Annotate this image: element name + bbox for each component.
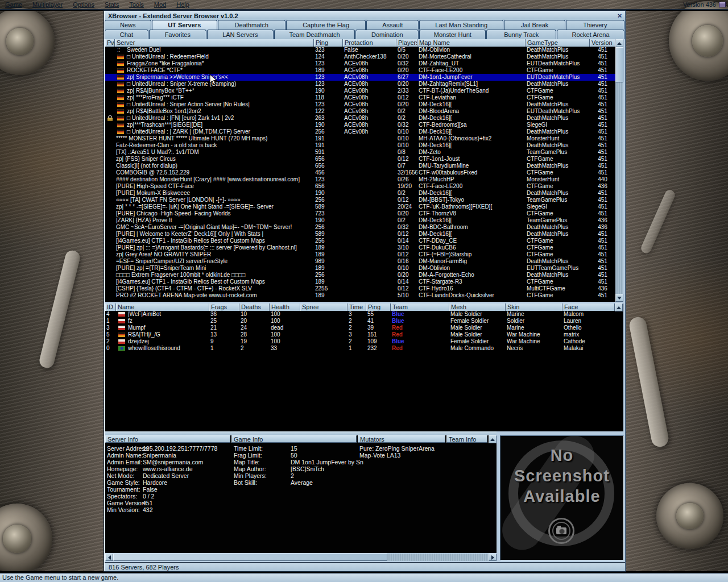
menu-options[interactable]: Options — [68, 1, 100, 8]
column-header-server[interactable]: Server — [115, 39, 314, 47]
player-row[interactable]: 0whowilllosethisround12331232RedMale Com… — [105, 345, 615, 352]
tab-team-deathmatch[interactable]: Team Deathmatch — [274, 30, 355, 39]
server-row[interactable]: zp| R$A|BunnyBox *BT++*190ACEv08h2/33CTF… — [105, 88, 615, 94]
column-header-name[interactable]: Name — [116, 304, 209, 311]
server-row[interactable]: [i4Games.eu] CTF1 - InstaGib Relics Best… — [105, 238, 615, 244]
server-row[interactable]: [CSHP] {Tesla} (CTF4 - CTFM - CTF+) - Ro… — [105, 285, 615, 292]
protection-cell — [343, 163, 396, 169]
tab-last-man-standing[interactable]: Last Man Standing — [419, 20, 504, 30]
server-row[interactable]: □ UnitedUnreal : Sniper Action Server |N… — [105, 101, 615, 108]
server-row[interactable]: □ UnitedUnreal : |FN| [euro] Zark 1v1 | … — [105, 115, 615, 122]
server-row[interactable]: [PURE] Mokum-X Biskweeee1900/2DM-Deck16]… — [105, 190, 615, 197]
server-row[interactable]: zp|***Trashcan***|SIEGE|[DE]190ACEv08h0/… — [105, 122, 615, 128]
column-header-map-name[interactable]: Map Name — [417, 39, 526, 47]
scroll-left-button[interactable] — [105, 554, 113, 561]
horizontal-scrollbar[interactable] — [105, 554, 497, 561]
tab-news[interactable]: News — [105, 20, 151, 30]
server-row[interactable]: [PURE] zp| ::: =}Arrogant Bastards{= :::… — [105, 244, 615, 251]
server-row[interactable]: □ UnitedUnreal : Sniper X-treme (Camping… — [105, 81, 615, 88]
tab-deathmatch[interactable]: Deathmatch — [218, 20, 286, 30]
column-header-id[interactable]: ID — [105, 304, 116, 311]
scroll-down-button[interactable] — [615, 294, 623, 302]
column-header-players[interactable]: Players — [396, 39, 417, 47]
tab-ut-servers[interactable]: UT Servers — [152, 20, 217, 30]
server-row[interactable]: zp| Grey Area! NO GRAVITY SNIPER1890/12C… — [105, 251, 615, 258]
tab-jail-break[interactable]: Jail Break — [504, 20, 565, 30]
player-scroll-up-button[interactable] — [615, 304, 623, 311]
player-row[interactable]: 3Mumpf2124dead239RedMale SoldierMarineOt… — [105, 325, 615, 331]
server-row[interactable]: FraggaZone *like Fraggalonia*123ACEv08h0… — [105, 60, 615, 67]
menu-stats[interactable]: Stats — [100, 1, 124, 8]
column-header-time[interactable]: Time — [348, 304, 366, 311]
server-row[interactable]: [PURE] High-Speed CTF-Face65619/20CTF-Fa… — [105, 183, 615, 190]
column-header-skin[interactable]: Skin — [506, 304, 562, 311]
menu-tools[interactable]: Tools — [124, 1, 149, 8]
column-header-deaths[interactable]: Deaths — [239, 304, 270, 311]
scrollbar-thumb[interactable] — [615, 47, 623, 82]
column-header-face[interactable]: Face — [562, 304, 615, 311]
menu-mod[interactable]: Mod — [149, 1, 171, 8]
server-row[interactable]: GMC ~ScA~EuroServer -=[Original Giant Ma… — [105, 224, 615, 231]
column-header-version[interactable]: Version — [590, 39, 615, 47]
tab-rocket-arena[interactable]: Rocket Arena — [557, 30, 624, 39]
server-row[interactable]: Fatz-Redeemer-Clan - a old star is back1… — [105, 142, 615, 149]
tab-lan-servers[interactable]: LAN Servers — [207, 30, 274, 39]
server-row[interactable]: ***** MONSTER HUNT ***** Ultimate HUNT (… — [105, 135, 615, 142]
server-row[interactable]: zp| {FSS} Sniper Circus6560/12CTF-1on1-J… — [105, 156, 615, 163]
hscrollbar-thumb[interactable] — [113, 554, 387, 561]
column-header-gametype[interactable]: GameType — [526, 39, 590, 47]
server-row[interactable]: [TX] .:Area51 U Mad?:. 1v1/TDM5910/8DM-Z… — [105, 149, 615, 156]
tab-monster-hunt[interactable]: Monster Hunt — [419, 30, 486, 39]
server-row[interactable]: □□□□ Extrem Fragserver 100mbit * oldkint… — [105, 272, 615, 278]
panel-scroll-up-button[interactable] — [489, 435, 497, 443]
tab-capture-the-flag[interactable]: Capture the Flag — [286, 20, 366, 30]
tab-assault[interactable]: Assault — [366, 20, 419, 30]
server-row[interactable]: PRO #2 ROCKET ARENA Map-vote www.ut-rock… — [105, 292, 615, 299]
server-row[interactable]: □ UnitedUnreal : RedeemerField124AnthChe… — [105, 53, 615, 60]
player-row[interactable]: 5R$A|TH|/_/G13281003151RedMale SoldierWa… — [105, 331, 615, 338]
server-row[interactable]: zp| ***ProFrag*** iCTF118ACEv08h0/12CTF-… — [105, 94, 615, 101]
column-header-spree[interactable]: Spree — [300, 304, 348, 311]
tab-thievery[interactable]: Thievery — [566, 20, 624, 30]
server-row[interactable]: COMBOGIB @ 72.5.152.22945632/16565CTF-w0… — [105, 169, 615, 176]
server-row[interactable]: [i4Games.eu] CTF1 - InstaGib Relics Best… — [105, 278, 615, 285]
player-row[interactable]: 2dzejdzej9191002109BlueFemale SoldierWar… — [105, 338, 615, 345]
server-row[interactable]: zp| * * * -=[SIEGE]=- |uK| One Night Sta… — [105, 203, 615, 210]
window-icon[interactable] — [719, 2, 726, 7]
server-row[interactable]: [PURE] | Welcome to KeeterZ' Deck16][ On… — [105, 231, 615, 238]
column-header-ping[interactable]: Ping — [366, 304, 391, 311]
server-row[interactable]: ROCKETFACE *CTF*189ACEv08h0/20CTF-Face-L… — [105, 67, 615, 74]
menu-multiplayer[interactable]: Multiplayer — [27, 1, 68, 8]
tab-favorites[interactable]: Favorites — [149, 30, 206, 39]
server-row[interactable]: [PURE] zp| ={TR}=SniperTeam Mini1890/10D… — [105, 265, 615, 272]
server-row[interactable]: |ZARK| {HZA} Prove It1900/2DM-Deck16][Te… — [105, 217, 615, 224]
tab-domination[interactable]: Domination — [355, 30, 419, 39]
server-row[interactable]: [PURE] Chicago -High-Speed- Facing World… — [105, 210, 615, 217]
server-row[interactable]: =ESF= Sniper/Camper/UZI server/FreeStyle… — [105, 258, 615, 265]
player-row[interactable]: 1fz2520100241BlueFemale SoldierSoldierLa… — [105, 318, 615, 325]
server-row[interactable]: «««« [TA] CWAT FN Server |LONDON| -[+]- … — [105, 197, 615, 203]
scroll-right-button[interactable] — [489, 554, 497, 561]
server-row[interactable]: #### destination MonsterHunt [Crazy] ###… — [105, 176, 615, 183]
menu-game[interactable]: Game — [0, 1, 27, 8]
menu-help[interactable]: Help — [171, 1, 195, 8]
column-header-mesh[interactable]: Mesh — [449, 304, 506, 311]
server-row[interactable]: □ UnitedUnreal : | ZARK | (DM,TDM,CTF) S… — [105, 128, 615, 135]
tab-chat[interactable]: Chat — [105, 30, 148, 39]
server-list-scrollbar[interactable] — [615, 39, 623, 302]
column-header-team[interactable]: Team — [391, 304, 449, 311]
column-header-ping[interactable]: Ping — [314, 39, 343, 47]
server-row[interactable]: zp| Snipermania >>Welcome Sniper's<<123A… — [105, 74, 615, 81]
column-header-pw[interactable]: Pw — [105, 39, 115, 47]
tab-bunny-track[interactable]: Bunny Track — [486, 30, 556, 39]
server-row[interactable]: Classic]I[ (not for dialup)6560/7DMU-Tar… — [105, 163, 615, 169]
scroll-up-button[interactable] — [615, 39, 623, 47]
player-row[interactable]: 4|WcF|AimBot3610100355BlueMale SoldierMa… — [105, 311, 615, 318]
close-button[interactable]: × — [616, 12, 623, 19]
column-header-protaction[interactable]: Protaction — [343, 39, 396, 47]
server-row[interactable]: ::Sweden Duel323False0/5DM-OblivionDeath… — [105, 47, 615, 53]
server-row[interactable]: zp| R$A|BattleBox 1on1|2on2122ACEv08h0/2… — [105, 108, 615, 115]
window-titlebar[interactable]: XBrowser - Extended Server Browser v1.0.… — [105, 11, 625, 20]
column-header-health[interactable]: Health — [270, 304, 300, 311]
column-header-frags[interactable]: Frags — [209, 304, 239, 311]
